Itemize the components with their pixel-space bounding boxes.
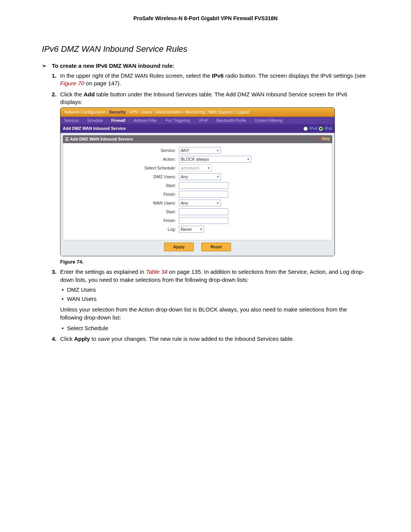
field-label: DMZ Users: bbox=[69, 174, 179, 180]
apply-button[interactable]: Apply bbox=[164, 243, 194, 251]
nav-item[interactable]: Security bbox=[108, 110, 127, 114]
chevron-down-icon: ▾ bbox=[217, 148, 219, 153]
subnav-item[interactable]: UPnP bbox=[197, 118, 210, 123]
task-text: To create a new IPv6 DMZ WAN inbound rul… bbox=[52, 62, 174, 69]
input-field[interactable] bbox=[179, 217, 228, 224]
select-field: schedule1▾ bbox=[179, 165, 212, 171]
subnav-item[interactable]: Bandwidth Profile bbox=[215, 118, 248, 123]
input-field[interactable] bbox=[179, 191, 228, 198]
router-title-band: Add DMZ WAN Inbound Service IPv4 IPv6 bbox=[61, 124, 335, 133]
input-field[interactable] bbox=[179, 208, 228, 215]
subnav-item[interactable]: Schedule bbox=[86, 118, 105, 123]
field-label: Finish: bbox=[69, 218, 179, 224]
nav-item[interactable]: Monitoring bbox=[184, 110, 207, 114]
table-ref[interactable]: Table 34 bbox=[146, 268, 167, 275]
field-label: Finish: bbox=[69, 192, 179, 197]
subnav-item[interactable]: Port Triggering bbox=[164, 118, 192, 123]
select-field[interactable]: Any▾ bbox=[179, 200, 221, 206]
task-title: ➢ To create a new IPv6 DMZ WAN inbound r… bbox=[42, 62, 369, 69]
figure-ref[interactable]: Figure 70 bbox=[60, 80, 84, 86]
chevron-down-icon: ▾ bbox=[200, 227, 202, 232]
help-link[interactable]: ❓Help bbox=[317, 136, 330, 142]
ipv6-radio[interactable] bbox=[319, 126, 323, 131]
nav-item[interactable]: Web Support bbox=[207, 110, 235, 114]
router-sub-nav: Services::Schedule::Firewall::Address Fi… bbox=[61, 117, 335, 125]
field-label: Start: bbox=[69, 209, 179, 215]
step-1: 1. In the upper right of the DMZ WAN Rul… bbox=[60, 72, 369, 88]
subnav-item[interactable]: Services bbox=[63, 118, 80, 123]
list-item: Select Schedule bbox=[67, 324, 369, 332]
chevron-down-icon: ▾ bbox=[247, 157, 249, 161]
chevron-down-icon: ▾ bbox=[217, 174, 219, 179]
reset-button[interactable]: Reset bbox=[201, 243, 231, 251]
field-label: Log: bbox=[69, 227, 179, 232]
section-title: IPv6 DMZ WAN Inbound Service Rules bbox=[42, 44, 369, 54]
step-3: 3. Enter the settings as explained in Ta… bbox=[60, 268, 369, 332]
nav-item[interactable]: Logout bbox=[235, 110, 251, 114]
list-item: WAN Users bbox=[67, 295, 369, 303]
subnav-item[interactable]: Address Filter bbox=[132, 118, 159, 123]
field-label: Select Schedule: bbox=[69, 165, 179, 171]
subnav-item[interactable]: Content Filtering bbox=[253, 118, 284, 123]
task-arrow-icon: ➢ bbox=[42, 62, 47, 69]
subnav-item[interactable]: Firewall bbox=[110, 118, 127, 123]
field-label: Action: bbox=[69, 157, 179, 162]
list-item: DMZ Users bbox=[67, 286, 369, 294]
chevron-down-icon: ▾ bbox=[217, 201, 219, 205]
input-field[interactable] bbox=[179, 182, 228, 189]
select-field[interactable]: ANY▾ bbox=[179, 147, 221, 154]
select-field[interactable]: BLOCK always▾ bbox=[179, 156, 251, 163]
ipv4-radio[interactable] bbox=[303, 126, 308, 131]
doc-header: ProSafe Wireless-N 8-Port Gigabit VPN Fi… bbox=[42, 15, 369, 21]
step-2: 2. Click the Add table button under the … bbox=[60, 91, 369, 265]
chevron-down-icon: ▾ bbox=[208, 166, 210, 170]
field-label: Start: bbox=[69, 183, 179, 189]
select-field[interactable]: Never▾ bbox=[179, 226, 204, 233]
nav-item[interactable]: Administration bbox=[154, 110, 184, 114]
field-label: WAN Users: bbox=[69, 200, 179, 206]
nav-item[interactable]: Users bbox=[140, 110, 154, 114]
panel-header: ☰ Add DMZ WAN Inbound Service ❓Help bbox=[63, 135, 332, 143]
figure-caption: Figure 74. bbox=[60, 259, 369, 265]
step-4: 4. Click Apply to save your changes. The… bbox=[60, 335, 369, 343]
router-screenshot: Network ConfigurationSecurityVPNUsersAdm… bbox=[60, 107, 335, 256]
nav-item[interactable]: Network Configuration bbox=[63, 110, 108, 114]
panel-body: Service:ANY▾Action:BLOCK always▾Select S… bbox=[63, 143, 332, 240]
field-label: Service: bbox=[69, 148, 179, 153]
nav-item[interactable]: VPN bbox=[127, 110, 140, 114]
router-top-nav: Network ConfigurationSecurityVPNUsersAdm… bbox=[61, 108, 335, 117]
select-field[interactable]: Any▾ bbox=[179, 173, 221, 180]
